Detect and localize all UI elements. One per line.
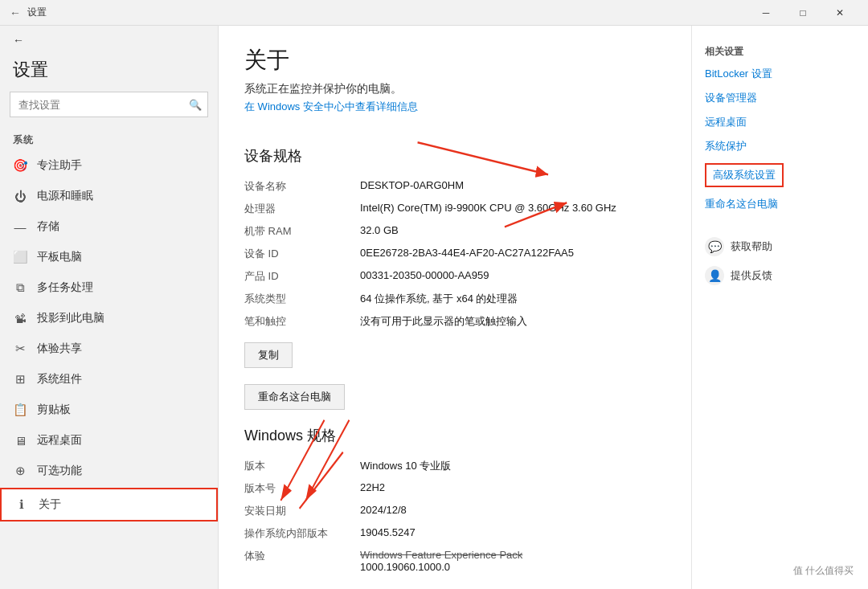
remote-icon: 🖥 [13,434,27,448]
sidebar-item-project[interactable]: 📽 投影到此电脑 [0,303,218,333]
sidebar-header: 设置 [0,55,218,92]
sidebar-item-tablet[interactable]: ⬜ 平板电脑 [0,242,218,272]
device-manager-link[interactable]: 设备管理器 [705,91,855,105]
feedback-icon: 👤 [705,266,724,285]
tablet-label: 平板电脑 [37,250,82,264]
titlebar-title: 设置 [27,6,47,19]
sidebar-item-storage[interactable]: — 存储 [0,211,218,242]
close-button[interactable]: ✕ [821,0,858,26]
search-input[interactable] [10,92,208,117]
bitlocker-link[interactable]: BitLocker 设置 [705,67,855,81]
windows-security-link[interactable]: 在 Windows 安全中心中查看详细信息 [244,100,418,114]
version-row: 版本 Windows 10 专业版 [244,455,665,477]
main-content: 关于 系统正在监控并保护你的电脑。 在 Windows 安全中心中查看详细信息 … [219,26,691,589]
feedback-item[interactable]: 👤 提供反馈 [705,266,855,285]
experience-label: 体验 [244,545,341,577]
pen-label: 笔和触控 [244,310,341,333]
components-label: 系统组件 [37,372,82,387]
advanced-system-link[interactable]: 高级系统设置 [705,163,784,187]
sidebar-item-remote[interactable]: 🖥 远程桌面 [0,425,218,456]
search-box: 🔍 [10,92,208,117]
copy-btn-1[interactable]: 复制 [244,342,293,368]
right-panel: 相关设置 BitLocker 设置 设备管理器 远程桌面 系统保护 高级系统设置… [691,26,868,589]
product-id-label: 产品 ID [244,265,341,288]
sidebar-item-shared[interactable]: ✂ 体验共享 [0,333,218,364]
build-value: 22H2 [341,477,665,500]
copy-button-1[interactable]: 复制 [244,333,665,368]
experience-value2: 1000.19060.1000.0 [360,561,450,573]
version-value: Windows 10 专业版 [341,455,665,477]
experience-value: Windows Feature Experience Pack 1000.190… [341,545,665,577]
tablet-icon: ⬜ [13,250,27,264]
right-panel-title: 相关设置 [705,45,855,59]
sidebar: ← 设置 🔍 系统 🎯 专注助手 ⏻ 电源和睡眠 — 存储 ⬜ 平板电脑 ⧉ 多… [0,26,219,589]
titlebar: ← 设置 ─ □ ✕ [0,0,868,26]
system-type-label: 系统类型 [244,288,341,310]
os-build-value: 19045.5247 [341,522,665,545]
sidebar-item-multitask[interactable]: ⧉ 多任务处理 [0,272,218,303]
minimize-button[interactable]: ─ [747,0,784,26]
sidebar-section-label: 系统 [0,127,218,150]
rename-pc-label: 重命名这台电脑 [705,197,778,211]
sidebar-item-about[interactable]: ℹ 关于 [0,488,218,522]
clipboard-label: 剪贴板 [37,403,71,417]
system-type-value: 64 位操作系统, 基于 x64 的处理器 [341,288,665,310]
device-specs-table: 设备名称 DESKTOP-0ARG0HM 处理器 Intel(R) Core(T… [244,175,665,333]
system-type-row: 系统类型 64 位操作系统, 基于 x64 的处理器 [244,288,665,310]
sidebar-item-power[interactable]: ⏻ 电源和睡眠 [0,181,218,211]
components-icon: ⊞ [13,372,27,387]
processor-value: Intel(R) Core(TM) i9-9900K CPU @ 3.60GHz… [341,198,665,220]
back-button[interactable]: ← [0,26,218,55]
device-name-label: 设备名称 [244,175,341,198]
device-id-value: 0EE26728-2BA3-44E4-AF20-AC27A122FAA5 [341,243,665,265]
product-id-row: 产品 ID 00331-20350-00000-AA959 [244,265,665,288]
project-label: 投影到此电脑 [37,311,104,325]
install-date-value: 2024/12/8 [341,500,665,522]
storage-label: 存储 [37,219,59,234]
ram-label: 机带 RAM [244,220,341,243]
os-build-label: 操作系统内部版本 [244,522,341,545]
build-row: 版本号 22H2 [244,477,665,500]
sidebar-item-optional[interactable]: ⊕ 可选功能 [0,456,218,486]
get-help-item[interactable]: 💬 获取帮助 [705,237,855,256]
about-label: 关于 [39,497,61,512]
advanced-system-label: 高级系统设置 [713,168,776,182]
windows-specs-title: Windows 规格 [244,426,665,445]
product-id-value: 00331-20350-00000-AA959 [341,265,665,288]
system-protection-link[interactable]: 系统保护 [705,139,855,153]
pen-value: 没有可用于此显示器的笔或触控输入 [341,310,665,333]
windows-specs-table: 版本 Windows 10 专业版 版本号 22H2 安装日期 2024/12/… [244,455,665,577]
watermark: 值 什么值得买 [787,561,860,581]
get-help-label: 获取帮助 [731,239,772,254]
ram-row: 机带 RAM 32.0 GB [244,220,665,243]
os-build-row: 操作系统内部版本 19045.5247 [244,522,665,545]
about-icon: ℹ [14,497,29,512]
bitlocker-label: BitLocker 设置 [705,67,772,81]
experience-value-text: Windows Feature Experience Pack [360,549,522,561]
install-date-row: 安装日期 2024/12/8 [244,500,665,522]
rename-pc-link[interactable]: 重命名这台电脑 [705,197,855,211]
rename-button-wrap: 重命名这台电脑 [244,376,665,410]
rename-button[interactable]: 重命名这台电脑 [244,384,345,410]
sidebar-item-clipboard[interactable]: 📋 剪贴板 [0,395,218,425]
focus-icon: 🎯 [13,158,27,173]
sidebar-item-focus[interactable]: 🎯 专注助手 [0,150,218,181]
optional-icon: ⊕ [13,464,27,478]
system-status: 系统正在监控并保护你的电脑。 [244,82,665,96]
version-label: 版本 [244,455,341,477]
maximize-button[interactable]: □ [784,0,821,26]
remote-desktop-link[interactable]: 远程桌面 [705,115,855,129]
back-arrow-icon: ← [13,34,24,47]
sidebar-item-components[interactable]: ⊞ 系统组件 [0,364,218,395]
power-icon: ⏻ [13,190,27,203]
device-name-row: 设备名称 DESKTOP-0ARG0HM [244,175,665,198]
device-id-label: 设备 ID [244,243,341,265]
pen-row: 笔和触控 没有可用于此显示器的笔或触控输入 [244,310,665,333]
focus-label: 专注助手 [37,158,82,173]
ram-value: 32.0 GB [341,220,665,243]
shared-icon: ✂ [13,342,27,356]
optional-label: 可选功能 [37,464,82,478]
shared-label: 体验共享 [37,342,82,356]
processor-label: 处理器 [244,198,341,220]
back-icon[interactable]: ← [10,6,21,19]
